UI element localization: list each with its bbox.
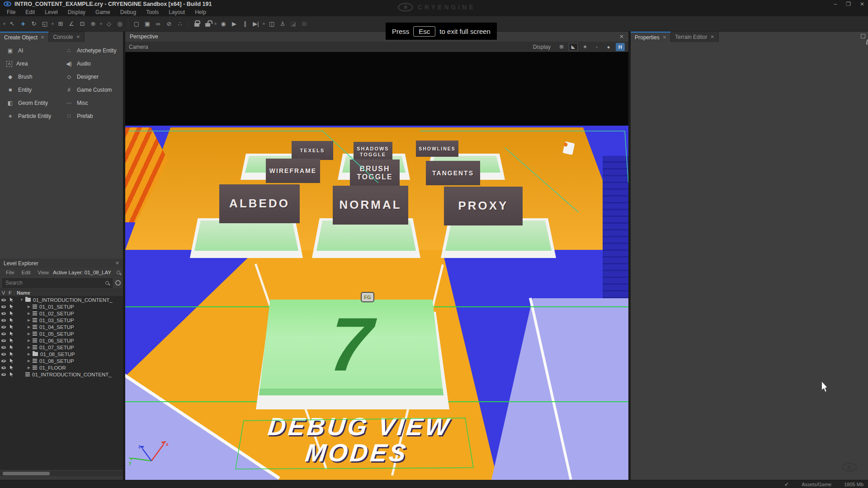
eye-icon[interactable] — [1, 305, 6, 309]
select-frame-icon[interactable]: ▢ — [131, 19, 142, 29]
pause-game-icon[interactable]: ∥ — [240, 19, 250, 29]
eye-icon[interactable] — [1, 338, 6, 343]
menu-game[interactable]: Game — [90, 9, 115, 15]
grid-icon[interactable]: ⊞ — [557, 43, 566, 51]
create-item-area[interactable]: AArea — [3, 61, 61, 67]
snap-grid-icon[interactable]: ⊞ — [55, 19, 66, 29]
tree-row[interactable]: ▶01_08_SETUP — [0, 357, 123, 364]
lexp-menu-view[interactable]: View — [34, 270, 52, 275]
deselect-frame-icon[interactable]: ▣ — [142, 19, 153, 29]
scale-tool-icon[interactable]: ◱ — [39, 19, 50, 29]
camera-menu[interactable]: Camera — [129, 44, 148, 50]
scrollbar-thumb[interactable] — [3, 472, 50, 475]
group-objects-icon[interactable]: ∴ — [175, 19, 185, 29]
eye-icon[interactable] — [1, 359, 6, 363]
axis-helper-icon[interactable]: ∗ — [580, 43, 590, 51]
snap-vertex-icon[interactable]: ⊡ — [77, 19, 88, 29]
geometry-mode-icon[interactable]: ◇ — [104, 19, 114, 29]
menu-display[interactable]: Display — [63, 9, 90, 15]
tab-perspective[interactable]: Perspective — [130, 33, 158, 40]
tree-row[interactable]: ▶01_06_SETUP — [0, 337, 123, 344]
eye-icon[interactable] — [1, 345, 6, 350]
lexp-menu-file[interactable]: File — [3, 270, 18, 275]
chevron-right-icon[interactable]: ▶ — [27, 318, 31, 322]
unlink-objects-icon[interactable]: ⊘ — [164, 19, 175, 29]
tree-row[interactable]: ▶01_01_SETUP — [0, 303, 123, 310]
tree-row[interactable]: ▶01_08_SETUP — [0, 351, 123, 357]
tree-row[interactable]: ▶01_03_SETUP — [0, 317, 123, 324]
menu-tools[interactable]: Tools — [141, 9, 164, 15]
close-icon[interactable]: ✕ — [663, 35, 666, 40]
close-icon[interactable]: ✕ — [76, 34, 80, 39]
chevron-right-icon[interactable]: ▶ — [27, 305, 31, 309]
cursor-icon[interactable] — [10, 311, 13, 316]
zoom-select-icon[interactable]: ◎ — [114, 19, 125, 29]
horizontal-scrollbar[interactable] — [0, 471, 123, 476]
search-input[interactable] — [2, 278, 113, 288]
chevron-right-icon[interactable]: ▶ — [27, 325, 31, 329]
eye-icon[interactable] — [1, 298, 6, 302]
chevron-right-icon[interactable]: ▶ — [27, 359, 31, 363]
tree-row[interactable]: ▶01_07_SETUP — [0, 344, 123, 351]
popout-icon[interactable] — [861, 34, 865, 38]
cursor-icon[interactable] — [10, 359, 13, 363]
cursor-icon[interactable] — [10, 298, 13, 302]
create-item-geom-entity[interactable]: ◧Geom Entity — [3, 100, 61, 106]
eye-icon[interactable] — [1, 311, 6, 316]
menu-help[interactable]: Help — [190, 9, 211, 15]
cursor-icon[interactable] — [10, 332, 13, 336]
unlock-selection-icon[interactable] — [202, 19, 213, 29]
minimize-button[interactable]: – — [834, 1, 837, 7]
eye-icon[interactable] — [1, 325, 6, 329]
cursor-icon[interactable] — [10, 325, 13, 329]
create-item-particle-entity[interactable]: ∗Particle Entity — [3, 113, 61, 119]
create-item-misc[interactable]: ⋯Misc — [61, 100, 120, 106]
simulate-character-icon[interactable]: ♙ — [277, 19, 288, 29]
create-item-entity[interactable]: ■Entity — [3, 87, 61, 93]
close-button[interactable]: ✕ — [860, 1, 864, 7]
eye-icon[interactable] — [1, 332, 6, 336]
close-icon[interactable]: ✕ — [619, 33, 624, 40]
tree-row[interactable]: ▼01_INTRODUCTION_CONTENT_ — [0, 296, 123, 303]
chevron-right-icon[interactable]: ▶ — [27, 345, 31, 349]
chevron-right-icon[interactable]: ▶ — [27, 352, 31, 356]
physics-camera-icon[interactable]: ◉ — [218, 19, 229, 29]
search-icon[interactable] — [117, 271, 120, 274]
create-item-designer[interactable]: ◇Designer — [61, 74, 120, 80]
slope-icon[interactable]: ◣ — [569, 43, 578, 51]
menu-edit[interactable]: Edit — [20, 9, 40, 15]
lexp-menu-edit[interactable]: Edit — [19, 270, 34, 275]
chevron-right-icon[interactable]: ▶ — [27, 338, 31, 343]
rotate-tool-icon[interactable]: ↻ — [28, 19, 39, 29]
create-item-brush[interactable]: ◆Brush — [3, 74, 61, 80]
tree-row[interactable]: ▶01_05_SETUP — [0, 330, 123, 337]
tab-properties[interactable]: Properties ✕ — [631, 32, 671, 42]
close-icon[interactable]: ✕ — [115, 260, 119, 266]
export-level-icon[interactable]: ◪ — [288, 19, 299, 29]
tab-console[interactable]: Console ✕ — [49, 32, 84, 42]
snap-pivot-icon[interactable]: ⊕ — [88, 19, 99, 29]
close-icon[interactable]: ✕ — [710, 34, 714, 39]
cursor-icon[interactable] — [10, 305, 13, 309]
cursor-icon[interactable] — [10, 345, 13, 350]
create-item-audio[interactable]: ◀)Audio — [61, 61, 120, 67]
cursor-icon[interactable] — [10, 372, 13, 377]
create-item-ai[interactable]: ▣AI — [3, 47, 61, 54]
link-objects-icon[interactable]: ∞ — [153, 19, 164, 29]
menu-file[interactable]: File — [2, 9, 20, 15]
create-item-game-custom[interactable]: #Game Custom — [61, 87, 120, 93]
create-item-archetype-entity[interactable]: ∴Archetype Entity — [61, 47, 120, 54]
tree-row[interactable]: ▶01_02_SETUP — [0, 310, 123, 317]
menu-level[interactable]: Level — [40, 9, 63, 15]
helpers-toggle-button[interactable]: H — [616, 43, 625, 51]
viewport-canvas[interactable]: TEXELS SHADOWS TOGGLE SHOWLINES WIREFRAM… — [125, 52, 628, 480]
bounds-helper-icon[interactable]: ◦ — [592, 43, 601, 51]
select-tool-icon[interactable]: ↖ — [7, 19, 18, 29]
tab-create-object[interactable]: Create Object ✕ — [0, 32, 49, 42]
eye-icon[interactable] — [1, 366, 6, 370]
gear-icon[interactable] — [115, 280, 121, 286]
tab-terrain-editor[interactable]: Terrain Editor ✕ — [671, 32, 719, 42]
sphere-helper-icon[interactable]: ● — [604, 43, 613, 51]
chevron-right-icon[interactable]: ▶ — [27, 366, 31, 370]
chevron-down-icon[interactable]: ▼ — [19, 298, 24, 302]
